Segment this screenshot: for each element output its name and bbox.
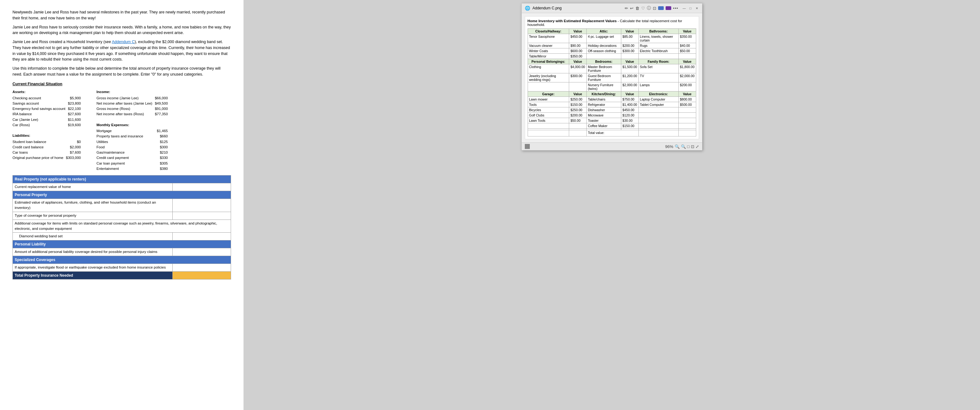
expense-car-loan: Car loan payment $305 <box>97 161 168 166</box>
kitchen-val-3: $450.00 <box>621 107 638 113</box>
expense-credit-card: Credit card payment $330 <box>97 155 168 161</box>
undo-icon[interactable]: ↩ <box>630 6 633 11</box>
asset-ira: IRA balance $27,600 <box>13 111 81 117</box>
specialized-header-row: Specialized Coverages <box>13 256 231 264</box>
garage-row-6: Coffee Maker $150.00 <box>528 123 696 129</box>
electronics-item-3 <box>638 107 678 113</box>
more-icon[interactable]: ••• <box>673 6 678 11</box>
personal-value-header: Value <box>569 59 587 64</box>
liability-car: Car loans $7,600 <box>13 150 81 155</box>
coverage-type-label: Type of coverage for personal property <box>13 212 173 219</box>
replacement-value-input[interactable] <box>175 184 229 189</box>
bath-val-3: $50.00 <box>678 48 696 54</box>
total-value-input[interactable] <box>175 273 229 278</box>
attic-header: Attic: <box>586 29 621 34</box>
attic-item-3: Off-season clothing <box>586 48 621 54</box>
window-titlebar: 🌐 Addendum C.png ✏ ↩ 🗑 ♡ ⓘ ⊡ ••• — □ ✕ <box>522 3 702 13</box>
titlebar-icons: ✏ ↩ 🗑 ♡ ⓘ ⊡ ••• — □ ✕ <box>625 5 699 11</box>
kitchen-val-2: $1,400.00 <box>621 102 638 107</box>
asset-car-jamie: Car (Jamie Lee) $11,600 <box>13 117 81 122</box>
window-content: Home Inventory with Estimated Replacemen… <box>522 13 702 142</box>
income-gross-jamie: Gross income (Jamie Lee) $66,000 <box>97 95 168 101</box>
real-property-header-row: Real Property (not applicable to renters… <box>13 175 231 183</box>
personal-val-3 <box>569 83 587 92</box>
estimated-value-label: Estimated value of appliances, furniture… <box>13 199 173 212</box>
liability-amount-input[interactable] <box>175 249 229 254</box>
garage-item-5: Lawn Tools <box>528 118 569 123</box>
section2-header-row: Personal Belongings: Value Bedrooms: Val… <box>528 59 696 64</box>
inventory-header-row: Closets/Hallway: Value Attic: Value Bath… <box>528 29 696 34</box>
bath-item-3: Electric Toothbrush <box>638 48 678 54</box>
page-thumbnail-icon <box>525 144 530 149</box>
liability-amount-row: Amount of additional personal liability … <box>13 248 231 256</box>
edit-icon[interactable]: ✏ <box>625 6 628 11</box>
garage-item-2: Tools <box>528 102 569 107</box>
fit-page-button[interactable]: □ <box>687 144 690 149</box>
inventory-table: Closets/Hallway: Value Attic: Value Bath… <box>528 29 696 137</box>
maximize-button[interactable]: □ <box>689 6 693 10</box>
bath-val-1: $350.00 <box>678 34 696 43</box>
total-value-inventory-input[interactable] <box>640 131 677 135</box>
right-area: 🌐 Addendum C.png ✏ ↩ 🗑 ♡ ⓘ ⊡ ••• — □ ✕ <box>243 0 980 410</box>
personal-val-2: $300.00 <box>569 73 587 83</box>
closet-val-4: $350.00 <box>569 54 587 59</box>
close-button[interactable]: ✕ <box>695 6 699 10</box>
kitchen-item-2: Refrigerator <box>586 102 621 107</box>
attic-val-1: $85.00 <box>621 34 638 43</box>
share-icon[interactable]: ⊡ <box>653 6 656 11</box>
image-viewer-window: 🌐 Addendum C.png ✏ ↩ 🗑 ♡ ⓘ ⊡ ••• — □ ✕ <box>521 3 702 151</box>
closets-value-header: Value <box>569 29 587 34</box>
window-statusbar: 96% 🔍 🔍 □ ⊡ ⤢ <box>522 142 702 150</box>
garage-item-4: Golf Clubs <box>528 113 569 118</box>
total-value-field[interactable] <box>638 130 678 137</box>
bath-item-4 <box>638 54 678 59</box>
kitchen-item-3: Dishwasher <box>586 107 621 113</box>
closet-val-2: $90.00 <box>569 43 587 48</box>
asset-car-ross: Car (Ross) $19,600 <box>13 122 81 128</box>
paragraph-2: Jamie Lee and Ross have to seriously con… <box>13 24 231 36</box>
zoom-out-button[interactable]: 🔍 <box>675 144 680 149</box>
flood-earthquake-input[interactable] <box>175 265 229 270</box>
bedroom-item-2: Guest Bedroom Furniture <box>586 73 621 83</box>
section3-header-row: Garage: Value Kitchen/Dining: Value Elec… <box>528 92 696 97</box>
liability-amount-input-cell <box>173 248 231 256</box>
kitchen-value-header: Value <box>621 92 638 97</box>
personal-liability-header: Personal Liability <box>13 240 231 248</box>
family-val-3: $200.00 <box>678 83 696 92</box>
expand-button[interactable]: ⤢ <box>695 144 699 149</box>
kitchen-val-4: $120.00 <box>621 113 638 118</box>
personal-row-3: Nursery Furniture (twins) $2,000.00 Lamp… <box>528 83 696 92</box>
replacement-value-row: Current replacement value of home <box>13 183 231 191</box>
heart-icon[interactable]: ♡ <box>641 6 645 11</box>
electronics-item-4 <box>638 113 678 118</box>
replacement-value-label: Current replacement value of home <box>13 183 173 191</box>
addendum-link[interactable]: Addendum C <box>112 40 135 44</box>
view-mode-button[interactable]: ⊡ <box>691 144 694 149</box>
diamond-input[interactable] <box>175 234 229 238</box>
personal-item-1: Clothing <box>528 64 569 73</box>
bathrooms-header: Bathrooms: <box>638 29 678 34</box>
bathrooms-value-header: Value <box>678 29 696 34</box>
coverage-type-input[interactable] <box>175 213 229 218</box>
section-title: Current Financial Situation <box>13 81 231 87</box>
additional-coverage-label: Additional coverage for items with limit… <box>13 219 231 233</box>
garage-item-6 <box>528 123 569 129</box>
electronics-val-3 <box>678 107 696 113</box>
bedrooms-value-header: Value <box>621 59 638 64</box>
bedroom-val-3: $2,000.00 <box>621 83 638 92</box>
empty-row-2: Total value: <box>528 130 696 137</box>
closet-val-3: $600.00 <box>569 48 587 54</box>
info-icon[interactable]: ⓘ <box>647 5 651 11</box>
estimated-value-input[interactable] <box>175 200 229 205</box>
family-val-1: $1,800.00 <box>678 64 696 73</box>
row-2: Vacuum cleaner $90.00 Holiday decoration… <box>528 43 696 48</box>
diamond-input-cell <box>173 233 231 240</box>
minimize-button[interactable]: — <box>682 6 687 10</box>
closets-header: Closets/Hallway: <box>528 29 569 34</box>
garage-val-5: $50.00 <box>569 118 587 123</box>
closet-val-1: $450.00 <box>569 34 587 43</box>
trash-icon[interactable]: 🗑 <box>635 6 640 11</box>
liability-amount-label: Amount of additional personal liability … <box>13 248 173 256</box>
zoom-in-button[interactable]: 🔍 <box>681 144 686 149</box>
row-3: Winter Coats $600.00 Off-season clothing… <box>528 48 696 54</box>
